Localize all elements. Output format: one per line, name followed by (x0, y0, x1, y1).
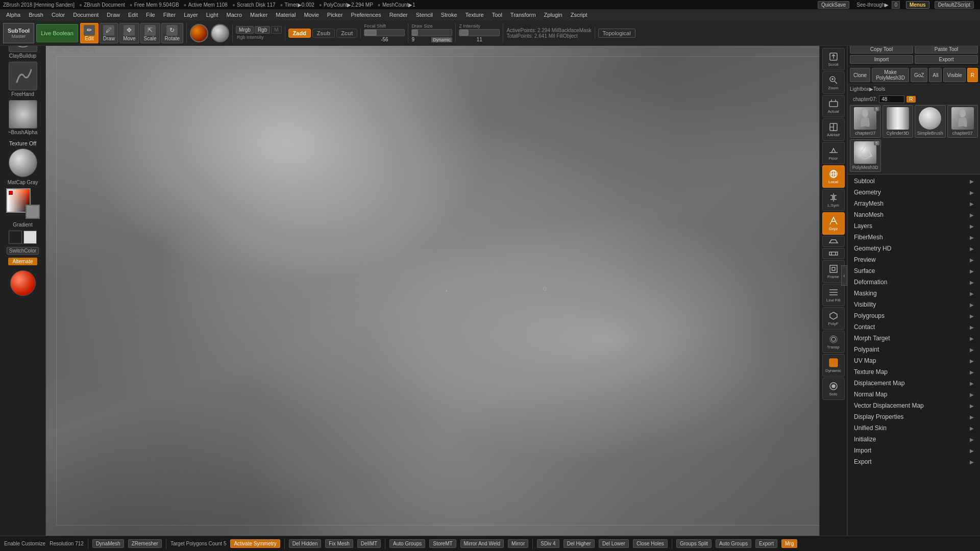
color-preview-sphere[interactable] (10, 270, 36, 296)
tool-menu-item-deformation[interactable]: Deformation▶ (848, 277, 980, 288)
tool-menu-item-polypaint[interactable]: Polypaint▶ (848, 344, 980, 355)
menu-tool[interactable]: Tool (488, 11, 506, 19)
menu-file[interactable]: File (142, 11, 159, 19)
scale-btn[interactable]: ⇱ Scale (140, 23, 160, 43)
copy-tool-btn[interactable]: Copy Tool (850, 45, 913, 54)
tool-menu-item-import[interactable]: Import▶ (848, 445, 980, 456)
topological-btn[interactable]: Topological (598, 29, 635, 38)
menu-marker[interactable]: Marker (246, 11, 272, 19)
menu-picker[interactable]: Picker (323, 11, 347, 19)
live-boolean-btn[interactable]: Live Boolean (36, 24, 78, 42)
tool-menu-item-layers[interactable]: Layers▶ (848, 220, 980, 232)
delimt-btn[interactable]: DelIMT (357, 539, 381, 548)
draw-size-slider[interactable] (411, 29, 452, 36)
tool-menu-item-fibermesh[interactable]: FiberMesh▶ (848, 232, 980, 243)
menu-layer[interactable]: Layer (180, 11, 202, 19)
menu-transform[interactable]: Transform (506, 11, 540, 19)
tool-menu-item-texture-map[interactable]: Texture Map▶ (848, 366, 980, 378)
switch-color-btn[interactable]: SwitchColor (7, 247, 39, 255)
floor-btn[interactable]: Floor (822, 142, 845, 164)
polymesh3d-thumbnail[interactable]: 5 PolyMesh3D (850, 139, 881, 172)
actual-btn[interactable]: Actual (822, 95, 845, 117)
sdiv-btn[interactable]: SDiv 4 (537, 539, 559, 548)
matcap-sphere[interactable] (9, 148, 37, 177)
rgb-btn[interactable]: Rgb (255, 26, 270, 34)
light-swatch[interactable] (23, 231, 37, 244)
edit-btn[interactable]: ✏ Edit (80, 23, 99, 43)
menu-macro[interactable]: Macro (223, 11, 247, 19)
dynamic-btn[interactable]: Dynamic (431, 37, 452, 42)
focal-shift-slider[interactable] (364, 29, 405, 36)
visible-btn[interactable]: Visible (943, 68, 965, 82)
collapse-panel-btn[interactable]: ‹ (841, 265, 847, 286)
tool-menu-item-nanomesh[interactable]: NanoMesh▶ (848, 209, 980, 220)
tool-menu-item-display-properties[interactable]: Display Properties▶ (848, 411, 980, 422)
chapter07b-thumbnail[interactable]: chapter07 (947, 105, 978, 138)
tool-menu-item-export[interactable]: Export▶ (848, 456, 980, 467)
zcut-btn[interactable]: Zcut (336, 29, 357, 38)
default-zscript[interactable]: DefaultZScript (935, 1, 974, 9)
aahalf-btn[interactable]: AAHalf (822, 118, 845, 141)
color-secondary[interactable] (26, 205, 40, 219)
tool-menu-item-normal-map[interactable]: Normal Map▶ (848, 389, 980, 400)
auto-groups-btn[interactable]: Auto Groups (389, 539, 425, 548)
menu-zscript[interactable]: Zscript (567, 11, 592, 19)
clone-btn[interactable]: Clone (850, 68, 870, 82)
menu-brush[interactable]: Brush (24, 11, 47, 19)
activate-symmetry-btn[interactable]: Activate Symmetry (230, 539, 280, 548)
tool-menu-item-geometry-hd[interactable]: Geometry HD▶ (848, 243, 980, 254)
auto-groups2-btn[interactable]: Auto Groups (716, 539, 751, 548)
scroll-btn[interactable]: Scroll (822, 48, 845, 70)
menu-material[interactable]: Material (272, 11, 300, 19)
subtool-master-btn[interactable]: SubTool Master (3, 23, 34, 43)
menu-edit[interactable]: Edit (124, 11, 142, 19)
rotate-btn[interactable]: ↻ Rotate (161, 23, 183, 43)
tool-menu-item-visibility[interactable]: Visibility▶ (848, 299, 980, 310)
menu-stencil[interactable]: Stencil (412, 11, 437, 19)
menu-movie[interactable]: Movie (300, 11, 323, 19)
import-btn[interactable]: Import (850, 55, 913, 64)
goz-btn[interactable]: GoZ (911, 68, 927, 82)
enable-customize[interactable]: Enable Customize (4, 541, 45, 546)
z-intensity-slider[interactable] (459, 29, 500, 36)
simplebrush-thumbnail[interactable]: SimpleBrush (915, 105, 946, 138)
r-btn[interactable]: R (967, 68, 978, 82)
del-hidden-btn[interactable]: Del Hidden (289, 539, 321, 548)
export-status-btn[interactable]: Export (755, 539, 777, 548)
tool-menu-item-arraymesh[interactable]: ArrayMesh▶ (848, 198, 980, 209)
make-polymesh-btn[interactable]: Make PolyMesh3D (872, 68, 909, 82)
menu-stroke[interactable]: Stroke (437, 11, 461, 19)
freehand-brush[interactable]: FreeHand (6, 62, 40, 97)
close-holes-btn[interactable]: Close Holes (633, 539, 668, 548)
del-lower-btn[interactable]: Del Lower (599, 539, 629, 548)
m-btn[interactable]: M (271, 26, 281, 34)
tool-menu-item-unified-skin[interactable]: Unified Skin▶ (848, 422, 980, 434)
tool-menu-item-masking[interactable]: Masking▶ (848, 288, 980, 299)
color-picker[interactable] (6, 188, 40, 219)
tool-menu-item-geometry[interactable]: Geometry▶ (848, 187, 980, 198)
del-higher-btn[interactable]: Del Higher (564, 539, 595, 548)
dynamesh-btn[interactable]: DynaMesh (92, 539, 124, 548)
tool-menu-item-morph-target[interactable]: Morph Target▶ (848, 333, 980, 344)
storemt-btn[interactable]: StoreMT (429, 539, 456, 548)
paste-tool-btn[interactable]: Paste Tool (915, 45, 978, 54)
brush-alpha[interactable]: ~BrushAlpha (6, 100, 40, 135)
chapter07-thumbnail[interactable]: 5 chapter07 (850, 105, 881, 138)
see-through-value[interactable]: 0 (892, 1, 900, 9)
viewport-canvas[interactable] (46, 46, 847, 536)
dynamic2-btn[interactable]: Dynamic (822, 354, 845, 377)
zoom-btn[interactable]: Zoom (822, 71, 845, 94)
quick-save-btn[interactable]: QuickSave (818, 1, 849, 9)
lsym-btn[interactable]: L.Sym (822, 189, 845, 211)
menu-alpha[interactable]: Alpha (2, 11, 24, 19)
dark-swatch[interactable] (9, 231, 22, 244)
cylinder3d-thumbnail[interactable]: Cylinder3D (883, 105, 914, 138)
persp-btn[interactable] (822, 236, 845, 247)
menu-preferences[interactable]: Preferences (347, 11, 385, 19)
zremesher-btn[interactable]: ZRemesher (128, 539, 162, 548)
export-tool-btn[interactable]: Export (915, 55, 978, 64)
tool-menu-item-polygroups[interactable]: Polygroups▶ (848, 310, 980, 321)
alternate-btn[interactable]: Alternate (8, 258, 37, 265)
tool-menu-item-displacement-map[interactable]: Displacement Map▶ (848, 378, 980, 389)
settings2-btn[interactable] (822, 248, 845, 259)
